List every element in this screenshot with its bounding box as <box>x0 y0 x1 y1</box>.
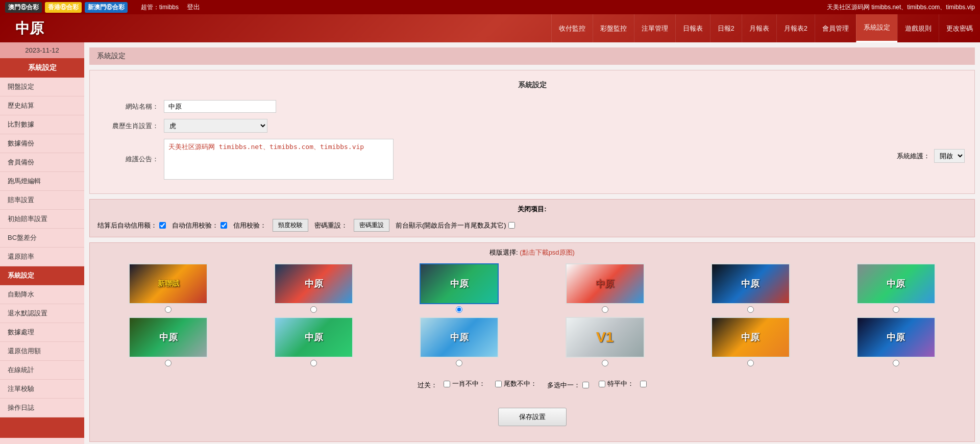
filter-weishu-checkbox[interactable] <box>495 381 502 387</box>
template-radio-8[interactable] <box>310 360 317 366</box>
filter-yixiao: 一肖不中： <box>444 379 485 388</box>
sidebar-item-default-water[interactable]: 退水默認設置 <box>0 304 84 323</box>
template-radio-2[interactable] <box>310 306 317 313</box>
template-item-12: 中原 <box>825 317 967 366</box>
sys-maintain-select[interactable]: 開啟 關閉 <box>934 149 965 163</box>
sidebar-item-compare[interactable]: 比對數據 <box>0 115 84 134</box>
nav-item-rules[interactable]: 遊戲規則 <box>897 14 939 42</box>
hk-badge[interactable]: 香港⑥合彩 <box>45 2 82 13</box>
auto-credit-checkbox[interactable] <box>159 222 166 229</box>
zodiac-row: 農歷生肖設置： 請選擇與當前年份相應的生肖 虎 <box>97 119 967 133</box>
template-radio-12[interactable] <box>893 360 899 366</box>
nav-item-orders[interactable]: 注單管理 <box>634 14 675 42</box>
nav-item-monthly[interactable]: 月報表 <box>742 14 776 42</box>
sidebar-item-backup[interactable]: 數據備份 <box>0 134 84 153</box>
filter-label: 过关： <box>418 381 437 389</box>
logout-link[interactable]: 登出 <box>187 3 200 12</box>
nav-item-lottery[interactable]: 彩盤監控 <box>593 14 634 42</box>
template-item-2: 中原 <box>243 263 384 313</box>
frontend-display-label: 前台顯示(開啟后合并一肖尾数及其它) <box>396 221 515 230</box>
sidebar-item-member-backup[interactable]: 會員備份 <box>0 153 84 172</box>
filter-yixiao-checkbox[interactable] <box>444 381 450 387</box>
frontend-display-checkbox[interactable] <box>508 222 515 229</box>
sidebar-item-system[interactable]: 系統設定 <box>0 266 84 285</box>
sidebar-item-initial-odds[interactable]: 初始賠率設置 <box>0 210 84 229</box>
template-radio-10[interactable] <box>602 360 608 366</box>
credit-check-label: 信用校验： <box>233 221 266 230</box>
notice-textarea[interactable]: <span class="maintenance-notice">天美社区源码网… <box>164 139 394 180</box>
sidebar-item-online-stat[interactable]: 在線統計 <box>0 361 84 380</box>
template-radio-4[interactable] <box>602 306 608 313</box>
filter-tepingzhong: 特平中： <box>599 379 634 388</box>
filter-tepingzhong-end-checkbox[interactable] <box>640 381 647 387</box>
template-thumb-1[interactable]: 新聯賊 <box>129 263 208 304</box>
template-radio-3[interactable] <box>456 306 462 313</box>
sidebar-item-odds[interactable]: 賠率設置 <box>0 191 84 210</box>
close-row: 结算后自动信用额： 自动信用校验： 信用校验： 頸度校験 密碼重設： 密碼重設 … <box>97 219 967 232</box>
sidebar-item-restore-credit[interactable]: 還原信用額 <box>0 342 84 361</box>
template-radio-1[interactable] <box>165 306 172 313</box>
nav-item-password[interactable]: 更改密碼 <box>939 14 980 42</box>
template-thumb-4[interactable]: 中原 <box>566 263 645 304</box>
sidebar-item-restore-odds[interactable]: 還原賠率 <box>0 248 84 266</box>
sys-maintain-label: 系統維護： <box>897 152 930 161</box>
sidebar-item-bc[interactable]: BC盤差分 <box>0 229 84 248</box>
logo: 中原 <box>0 19 59 38</box>
sidebar-item-history[interactable]: 歷史結算 <box>0 96 84 115</box>
template-thumb-2[interactable]: 中原 <box>274 263 353 304</box>
template-radio-9[interactable] <box>456 360 462 366</box>
site-info: 天美社区源码网 timibbs.net、timibbs.com、timibbs.… <box>827 3 975 12</box>
sidebar-item-log[interactable]: 操作日誌 <box>0 399 84 417</box>
template-thumb-9[interactable]: 中原 <box>420 317 499 358</box>
nav-item-monthly2[interactable]: 月報表2 <box>776 14 815 42</box>
template-thumb-6[interactable]: 中原 <box>856 263 936 304</box>
nav-item-daily[interactable]: 日報表 <box>675 14 710 42</box>
nav-item-settings[interactable]: 系統設定 <box>856 14 897 42</box>
close-section-title: 关闭项目: <box>97 205 967 214</box>
sidebar-item-data-process[interactable]: 數據處理 <box>0 323 84 342</box>
sidebar-title: 系統設定 <box>0 58 84 78</box>
template-thumb-3[interactable]: 中原 <box>420 263 499 304</box>
filter-multi-checkbox[interactable] <box>582 382 589 388</box>
template-thumb-12[interactable]: 中原 <box>856 317 936 358</box>
site-name-input[interactable] <box>164 100 276 113</box>
sidebar-item-open[interactable]: 開盤設定 <box>0 78 84 96</box>
zodiac-select[interactable]: 請選擇與當前年份相應的生肖 虎 <box>164 119 267 133</box>
nav-menu: 收付監控 彩盤監控 注單管理 日報表 日報2 月報表 月報表2 會員管理 系統設… <box>551 14 980 42</box>
notice-row: 維護公告： <span class="maintenance-notice">天… <box>97 139 967 180</box>
template-thumb-7[interactable]: 中原 <box>129 317 208 358</box>
template-radio-6[interactable] <box>893 306 899 313</box>
nav-item-members[interactable]: 會員管理 <box>815 14 856 42</box>
save-section: 保存設置 <box>97 398 967 436</box>
template-thumb-8[interactable]: 中原 <box>274 317 353 358</box>
sidebar-item-marquee[interactable]: 跑馬燈編輯 <box>0 172 84 191</box>
main-layout: 2023-11-12 系統設定 開盤設定 歷史結算 比對數據 數據備份 會員備份… <box>0 42 980 444</box>
sidebar-bottom <box>0 417 84 438</box>
content-area: 系統設定 系統設定 網站名稱： 農歷生肖設置： 請選擇與當前年份相應的生肖 虎 <box>84 42 980 444</box>
sidebar-item-auto-water[interactable]: 自動降水 <box>0 285 84 304</box>
template-radio-5[interactable] <box>747 306 754 313</box>
sidebar-item-order-check[interactable]: 注單校驗 <box>0 380 84 399</box>
template-item-5: 中原 <box>680 263 821 313</box>
macau2-badge[interactable]: 新澳門⑥合彩 <box>85 2 128 13</box>
filter-tepingzhong-checkbox[interactable] <box>599 381 605 387</box>
template-item-1: 新聯賊 <box>97 263 239 313</box>
template-radio-7[interactable] <box>165 360 172 366</box>
template-thumb-10[interactable]: V1 <box>566 317 645 358</box>
pwd-reset-button[interactable]: 密碼重設 <box>354 219 389 232</box>
system-maintain-row: 系統維護： 開啟 關閉 <box>897 149 965 163</box>
admin-info: 超管：timibbs <box>141 3 179 12</box>
macau-badge[interactable]: 澳門⑥合彩 <box>5 2 42 13</box>
nav-item-daily2[interactable]: 日報2 <box>710 14 742 42</box>
template-item-6: 中原 <box>825 263 967 313</box>
site-name-row: 網站名稱： <box>97 100 967 113</box>
nav-item-payment[interactable]: 收付監控 <box>551 14 593 42</box>
template-radio-11[interactable] <box>747 360 754 366</box>
save-button[interactable]: 保存設置 <box>498 408 567 426</box>
template-thumb-11[interactable]: 中原 <box>711 317 790 358</box>
sidebar-date: 2023-11-12 <box>0 42 84 58</box>
template-thumb-5[interactable]: 中原 <box>711 263 790 304</box>
auto-credit-check-checkbox[interactable] <box>220 222 227 229</box>
template-title: 模版選擇: (點击下載psd原图) <box>97 248 967 257</box>
face-check-button[interactable]: 頸度校験 <box>273 219 308 232</box>
